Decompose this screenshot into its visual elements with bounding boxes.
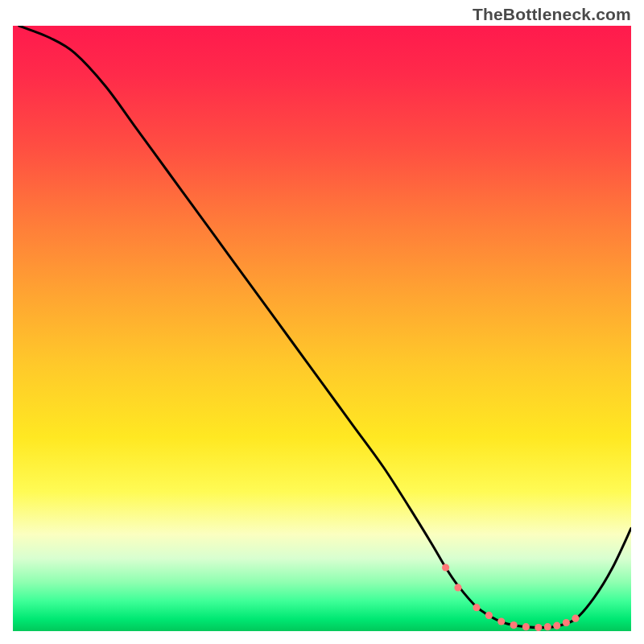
highlight-marker [497, 617, 505, 625]
bottleneck-curve [19, 26, 631, 628]
highlight-marker [485, 612, 493, 619]
highlight-marker [522, 623, 530, 630]
highlight-marker [442, 564, 449, 571]
highlight-marker [563, 619, 570, 626]
highlight-marker [473, 604, 480, 611]
highlight-marker [553, 622, 560, 630]
highlight-marker [510, 621, 518, 629]
plot-area [13, 26, 631, 631]
highlight-marker [572, 615, 579, 622]
highlight-marker [535, 624, 542, 631]
chart-svg [13, 26, 631, 631]
highlight-marker [454, 584, 461, 591]
highlight-markers [442, 564, 580, 631]
attribution-text: TheBottleneck.com [473, 5, 631, 24]
highlight-marker [544, 623, 551, 630]
chart-container: { "attribution": "TheBottleneck.com", "c… [0, 0, 644, 644]
